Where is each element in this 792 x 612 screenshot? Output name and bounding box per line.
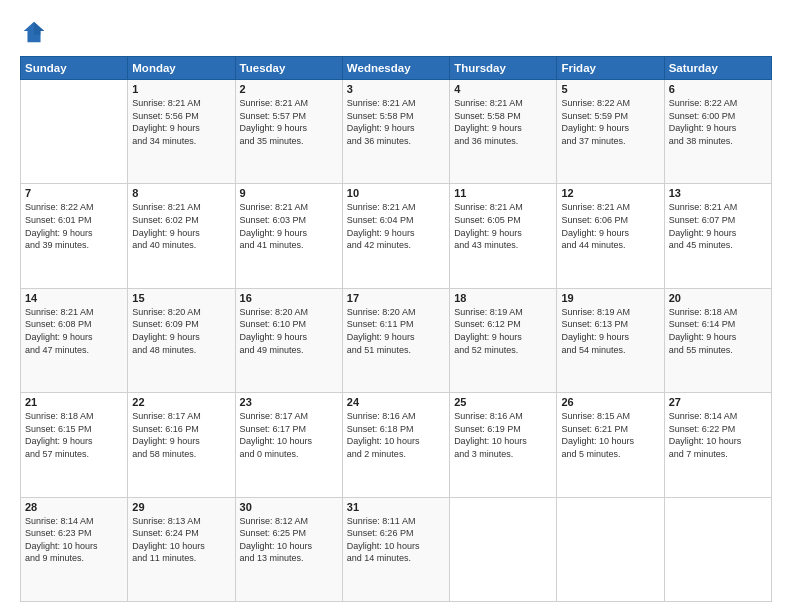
- header: [20, 18, 772, 46]
- day-info: Sunrise: 8:21 AM Sunset: 5:58 PM Dayligh…: [347, 97, 445, 147]
- col-header-tuesday: Tuesday: [235, 57, 342, 80]
- day-cell: 24Sunrise: 8:16 AM Sunset: 6:18 PM Dayli…: [342, 393, 449, 497]
- day-number: 29: [132, 501, 230, 513]
- day-number: 14: [25, 292, 123, 304]
- day-cell: 15Sunrise: 8:20 AM Sunset: 6:09 PM Dayli…: [128, 288, 235, 392]
- logo: [20, 18, 52, 46]
- day-number: 2: [240, 83, 338, 95]
- day-info: Sunrise: 8:19 AM Sunset: 6:13 PM Dayligh…: [561, 306, 659, 356]
- col-header-thursday: Thursday: [450, 57, 557, 80]
- day-cell: 3Sunrise: 8:21 AM Sunset: 5:58 PM Daylig…: [342, 80, 449, 184]
- day-info: Sunrise: 8:20 AM Sunset: 6:11 PM Dayligh…: [347, 306, 445, 356]
- day-cell: 11Sunrise: 8:21 AM Sunset: 6:05 PM Dayli…: [450, 184, 557, 288]
- day-number: 15: [132, 292, 230, 304]
- day-number: 18: [454, 292, 552, 304]
- day-cell: [664, 497, 771, 601]
- day-info: Sunrise: 8:21 AM Sunset: 6:08 PM Dayligh…: [25, 306, 123, 356]
- day-cell: 30Sunrise: 8:12 AM Sunset: 6:25 PM Dayli…: [235, 497, 342, 601]
- day-number: 27: [669, 396, 767, 408]
- day-number: 16: [240, 292, 338, 304]
- week-row-4: 28Sunrise: 8:14 AM Sunset: 6:23 PM Dayli…: [21, 497, 772, 601]
- day-info: Sunrise: 8:17 AM Sunset: 6:16 PM Dayligh…: [132, 410, 230, 460]
- day-info: Sunrise: 8:14 AM Sunset: 6:23 PM Dayligh…: [25, 515, 123, 565]
- day-info: Sunrise: 8:21 AM Sunset: 5:57 PM Dayligh…: [240, 97, 338, 147]
- day-cell: 4Sunrise: 8:21 AM Sunset: 5:58 PM Daylig…: [450, 80, 557, 184]
- day-number: 25: [454, 396, 552, 408]
- week-row-0: 1Sunrise: 8:21 AM Sunset: 5:56 PM Daylig…: [21, 80, 772, 184]
- day-info: Sunrise: 8:18 AM Sunset: 6:15 PM Dayligh…: [25, 410, 123, 460]
- day-cell: 2Sunrise: 8:21 AM Sunset: 5:57 PM Daylig…: [235, 80, 342, 184]
- day-number: 7: [25, 187, 123, 199]
- day-cell: 6Sunrise: 8:22 AM Sunset: 6:00 PM Daylig…: [664, 80, 771, 184]
- day-cell: 21Sunrise: 8:18 AM Sunset: 6:15 PM Dayli…: [21, 393, 128, 497]
- day-number: 4: [454, 83, 552, 95]
- day-info: Sunrise: 8:21 AM Sunset: 6:03 PM Dayligh…: [240, 201, 338, 251]
- day-info: Sunrise: 8:15 AM Sunset: 6:21 PM Dayligh…: [561, 410, 659, 460]
- day-info: Sunrise: 8:21 AM Sunset: 6:04 PM Dayligh…: [347, 201, 445, 251]
- day-info: Sunrise: 8:21 AM Sunset: 5:56 PM Dayligh…: [132, 97, 230, 147]
- day-cell: 28Sunrise: 8:14 AM Sunset: 6:23 PM Dayli…: [21, 497, 128, 601]
- day-info: Sunrise: 8:13 AM Sunset: 6:24 PM Dayligh…: [132, 515, 230, 565]
- col-header-saturday: Saturday: [664, 57, 771, 80]
- day-cell: 19Sunrise: 8:19 AM Sunset: 6:13 PM Dayli…: [557, 288, 664, 392]
- day-info: Sunrise: 8:22 AM Sunset: 6:00 PM Dayligh…: [669, 97, 767, 147]
- day-number: 17: [347, 292, 445, 304]
- week-row-3: 21Sunrise: 8:18 AM Sunset: 6:15 PM Dayli…: [21, 393, 772, 497]
- day-cell: 13Sunrise: 8:21 AM Sunset: 6:07 PM Dayli…: [664, 184, 771, 288]
- day-number: 20: [669, 292, 767, 304]
- col-header-friday: Friday: [557, 57, 664, 80]
- day-info: Sunrise: 8:21 AM Sunset: 6:05 PM Dayligh…: [454, 201, 552, 251]
- day-number: 31: [347, 501, 445, 513]
- day-cell: 8Sunrise: 8:21 AM Sunset: 6:02 PM Daylig…: [128, 184, 235, 288]
- day-info: Sunrise: 8:20 AM Sunset: 6:09 PM Dayligh…: [132, 306, 230, 356]
- day-info: Sunrise: 8:21 AM Sunset: 6:06 PM Dayligh…: [561, 201, 659, 251]
- logo-icon: [20, 18, 48, 46]
- day-info: Sunrise: 8:19 AM Sunset: 6:12 PM Dayligh…: [454, 306, 552, 356]
- day-number: 12: [561, 187, 659, 199]
- day-info: Sunrise: 8:20 AM Sunset: 6:10 PM Dayligh…: [240, 306, 338, 356]
- day-cell: [557, 497, 664, 601]
- day-info: Sunrise: 8:14 AM Sunset: 6:22 PM Dayligh…: [669, 410, 767, 460]
- day-cell: 9Sunrise: 8:21 AM Sunset: 6:03 PM Daylig…: [235, 184, 342, 288]
- header-row: SundayMondayTuesdayWednesdayThursdayFrid…: [21, 57, 772, 80]
- day-number: 10: [347, 187, 445, 199]
- col-header-sunday: Sunday: [21, 57, 128, 80]
- day-number: 26: [561, 396, 659, 408]
- day-info: Sunrise: 8:22 AM Sunset: 6:01 PM Dayligh…: [25, 201, 123, 251]
- day-cell: [450, 497, 557, 601]
- day-number: 8: [132, 187, 230, 199]
- day-number: 28: [25, 501, 123, 513]
- day-cell: [21, 80, 128, 184]
- week-row-2: 14Sunrise: 8:21 AM Sunset: 6:08 PM Dayli…: [21, 288, 772, 392]
- day-cell: 18Sunrise: 8:19 AM Sunset: 6:12 PM Dayli…: [450, 288, 557, 392]
- day-cell: 20Sunrise: 8:18 AM Sunset: 6:14 PM Dayli…: [664, 288, 771, 392]
- day-info: Sunrise: 8:12 AM Sunset: 6:25 PM Dayligh…: [240, 515, 338, 565]
- day-cell: 14Sunrise: 8:21 AM Sunset: 6:08 PM Dayli…: [21, 288, 128, 392]
- day-cell: 17Sunrise: 8:20 AM Sunset: 6:11 PM Dayli…: [342, 288, 449, 392]
- day-cell: 12Sunrise: 8:21 AM Sunset: 6:06 PM Dayli…: [557, 184, 664, 288]
- day-number: 22: [132, 396, 230, 408]
- day-info: Sunrise: 8:16 AM Sunset: 6:19 PM Dayligh…: [454, 410, 552, 460]
- day-cell: 1Sunrise: 8:21 AM Sunset: 5:56 PM Daylig…: [128, 80, 235, 184]
- day-cell: 29Sunrise: 8:13 AM Sunset: 6:24 PM Dayli…: [128, 497, 235, 601]
- col-header-wednesday: Wednesday: [342, 57, 449, 80]
- day-number: 30: [240, 501, 338, 513]
- page: SundayMondayTuesdayWednesdayThursdayFrid…: [0, 0, 792, 612]
- day-number: 21: [25, 396, 123, 408]
- day-cell: 22Sunrise: 8:17 AM Sunset: 6:16 PM Dayli…: [128, 393, 235, 497]
- day-cell: 27Sunrise: 8:14 AM Sunset: 6:22 PM Dayli…: [664, 393, 771, 497]
- day-number: 13: [669, 187, 767, 199]
- day-number: 6: [669, 83, 767, 95]
- day-info: Sunrise: 8:18 AM Sunset: 6:14 PM Dayligh…: [669, 306, 767, 356]
- day-info: Sunrise: 8:21 AM Sunset: 6:02 PM Dayligh…: [132, 201, 230, 251]
- day-info: Sunrise: 8:22 AM Sunset: 5:59 PM Dayligh…: [561, 97, 659, 147]
- day-cell: 7Sunrise: 8:22 AM Sunset: 6:01 PM Daylig…: [21, 184, 128, 288]
- day-cell: 10Sunrise: 8:21 AM Sunset: 6:04 PM Dayli…: [342, 184, 449, 288]
- svg-marker-1: [34, 22, 44, 35]
- day-number: 5: [561, 83, 659, 95]
- week-row-1: 7Sunrise: 8:22 AM Sunset: 6:01 PM Daylig…: [21, 184, 772, 288]
- day-number: 9: [240, 187, 338, 199]
- day-info: Sunrise: 8:17 AM Sunset: 6:17 PM Dayligh…: [240, 410, 338, 460]
- day-info: Sunrise: 8:21 AM Sunset: 6:07 PM Dayligh…: [669, 201, 767, 251]
- day-cell: 31Sunrise: 8:11 AM Sunset: 6:26 PM Dayli…: [342, 497, 449, 601]
